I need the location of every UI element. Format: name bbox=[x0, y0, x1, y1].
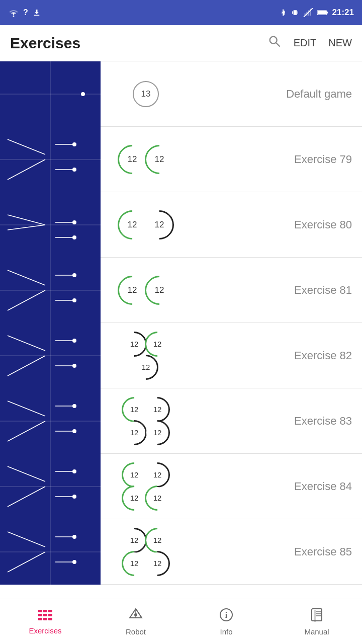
manual-label: Manual bbox=[304, 627, 329, 636]
exercise-name: Exercise 84 bbox=[191, 480, 362, 493]
bottom-nav: Exercises Robot i Info Manual bbox=[0, 599, 362, 644]
badge-area: 12121212 bbox=[101, 396, 191, 446]
badge-area: 12121212 bbox=[101, 462, 191, 511]
exercise-thumbnail bbox=[0, 192, 101, 258]
svg-rect-78 bbox=[48, 610, 52, 612]
badge: 12 bbox=[123, 422, 145, 444]
app-actions: EDIT NEW bbox=[267, 34, 352, 52]
list-item[interactable]: 1212 Exercise 80 bbox=[0, 192, 362, 258]
wifi-icon bbox=[8, 8, 19, 17]
exercise-thumbnail bbox=[0, 388, 101, 454]
svg-line-88 bbox=[136, 609, 142, 618]
svg-point-89 bbox=[134, 613, 137, 616]
exercise-list: 13 Default game 1212 Exercise 79 1212 Ex… bbox=[0, 61, 362, 599]
search-button[interactable] bbox=[267, 34, 282, 52]
signal-icon bbox=[303, 8, 313, 17]
svg-rect-82 bbox=[38, 618, 42, 620]
badge: 12 bbox=[123, 333, 145, 355]
svg-line-23 bbox=[8, 159, 45, 180]
svg-rect-14 bbox=[318, 11, 326, 14]
badge: 12 bbox=[119, 212, 145, 238]
badge-area: 12121212 bbox=[101, 527, 191, 577]
badge-area: 1212 bbox=[101, 210, 191, 240]
badge: 12 bbox=[123, 464, 145, 486]
exercise-name: Exercise 82 bbox=[191, 349, 362, 362]
svg-rect-79 bbox=[38, 614, 42, 616]
robot-label: Robot bbox=[126, 627, 146, 636]
svg-line-22 bbox=[8, 139, 45, 154]
list-item[interactable]: 12121212 Exercise 85 bbox=[0, 519, 362, 585]
badge: 12 bbox=[123, 552, 145, 575]
svg-line-31 bbox=[8, 225, 45, 230]
exercise-thumbnail bbox=[0, 127, 101, 192]
exercise-thumbnail bbox=[0, 323, 101, 388]
svg-rect-5 bbox=[292, 11, 293, 14]
info-icon: i bbox=[219, 608, 233, 625]
svg-rect-93 bbox=[314, 610, 316, 622]
exercise-thumbnail bbox=[0, 519, 101, 585]
badge: 12 bbox=[146, 422, 168, 444]
status-right-icons: 21:21 bbox=[279, 7, 354, 18]
exercise-name: Exercise 81 bbox=[191, 284, 362, 297]
svg-point-19 bbox=[81, 92, 85, 96]
info-label: Info bbox=[220, 627, 232, 636]
badge: 12 bbox=[146, 333, 168, 355]
badge: 12 bbox=[146, 212, 172, 238]
svg-rect-76 bbox=[38, 610, 42, 612]
svg-rect-77 bbox=[43, 610, 47, 612]
badge-area: 121212 bbox=[101, 331, 191, 380]
nav-exercises[interactable]: Exercises bbox=[0, 599, 90, 644]
svg-line-47 bbox=[8, 356, 45, 376]
nav-robot[interactable]: Robot bbox=[90, 599, 181, 644]
svg-point-0 bbox=[13, 16, 15, 17]
nav-info[interactable]: i Info bbox=[181, 599, 272, 644]
badge: 12 bbox=[135, 356, 157, 378]
nav-manual[interactable]: Manual bbox=[272, 599, 362, 644]
list-item[interactable]: 13 Default game bbox=[0, 61, 362, 127]
new-button[interactable]: NEW bbox=[328, 37, 352, 49]
svg-line-54 bbox=[8, 401, 45, 416]
vibrate-icon bbox=[291, 7, 299, 18]
exercises-icon bbox=[38, 609, 52, 624]
robot-icon bbox=[129, 608, 143, 625]
exercise-name: Exercise 83 bbox=[191, 415, 362, 428]
svg-text:i: i bbox=[225, 611, 228, 619]
exercise-name: Exercise 85 bbox=[191, 545, 362, 558]
badge-area: 1212 bbox=[101, 275, 191, 305]
app-bar: Exercises EDIT NEW bbox=[0, 25, 362, 61]
exercise-thumbnail bbox=[0, 454, 101, 519]
badge: 12 bbox=[123, 529, 145, 551]
badge: 13 bbox=[133, 81, 159, 107]
svg-rect-6 bbox=[297, 11, 298, 14]
download-icon bbox=[32, 8, 41, 17]
exercise-thumbnail bbox=[0, 258, 101, 323]
badge: 12 bbox=[119, 277, 145, 303]
svg-rect-84 bbox=[48, 618, 52, 620]
svg-line-63 bbox=[8, 487, 45, 507]
list-item[interactable]: 1212 Exercise 79 bbox=[0, 127, 362, 192]
status-bar: ? 21:21 bbox=[0, 0, 362, 25]
list-item[interactable]: 12121212 Exercise 83 bbox=[0, 388, 362, 454]
list-item[interactable]: 12121212 Exercise 84 bbox=[0, 454, 362, 519]
list-item[interactable]: 1212 Exercise 81 bbox=[0, 258, 362, 323]
exercises-label: Exercises bbox=[29, 626, 61, 635]
edit-button[interactable]: EDIT bbox=[294, 37, 317, 49]
svg-rect-80 bbox=[43, 614, 47, 616]
battery-icon bbox=[317, 9, 328, 16]
badge: 12 bbox=[146, 464, 168, 486]
svg-rect-4 bbox=[293, 10, 297, 15]
badge: 12 bbox=[146, 398, 168, 421]
svg-line-38 bbox=[8, 270, 45, 285]
status-left-icons: ? bbox=[8, 8, 41, 17]
badge: 12 bbox=[123, 487, 145, 509]
svg-line-70 bbox=[8, 532, 45, 547]
badge: 12 bbox=[146, 277, 172, 303]
list-item[interactable]: 121212 Exercise 82 bbox=[0, 323, 362, 388]
manual-icon bbox=[310, 608, 324, 625]
exercise-name: Default game bbox=[191, 88, 362, 101]
badge: 12 bbox=[123, 398, 145, 421]
svg-rect-13 bbox=[326, 12, 328, 13]
svg-line-46 bbox=[8, 336, 45, 351]
svg-rect-81 bbox=[48, 614, 52, 616]
svg-point-15 bbox=[269, 37, 277, 44]
